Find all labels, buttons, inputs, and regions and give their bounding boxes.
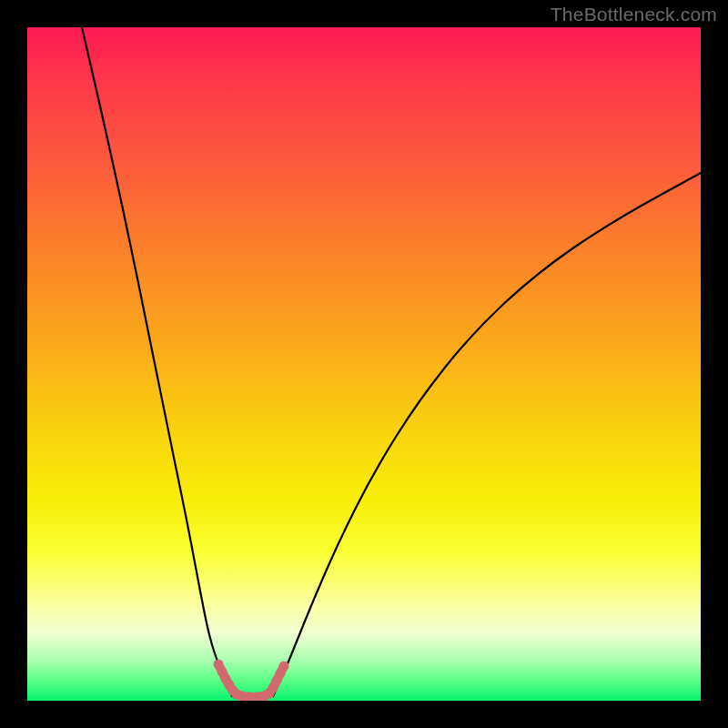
curve-left-branch: [82, 27, 232, 696]
watermark-text: TheBottleneck.com: [551, 4, 717, 25]
bottom-marker-dot: [279, 662, 289, 672]
bottom-marker-group: [214, 660, 289, 702]
plot-area: [27, 27, 701, 701]
curve-layer: [27, 27, 701, 701]
curve-right-branch: [273, 173, 701, 696]
chart-frame: TheBottleneck.com: [0, 0, 728, 728]
